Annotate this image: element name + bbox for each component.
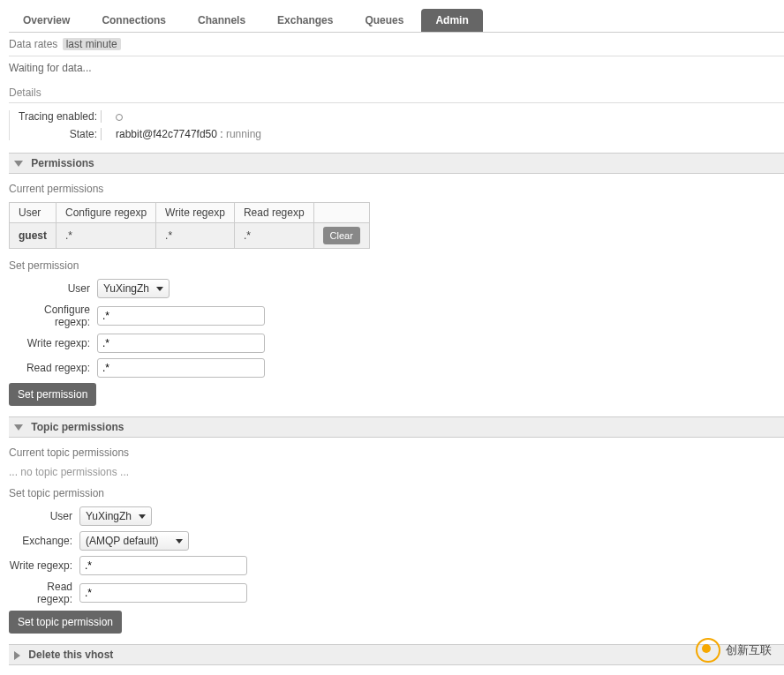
col-actions xyxy=(313,203,369,223)
tracing-value xyxy=(109,110,784,123)
data-rates-range[interactable]: last minute xyxy=(63,38,121,50)
tab-queues[interactable]: Queues xyxy=(351,9,418,32)
current-permissions-title: Current permissions xyxy=(9,183,784,195)
delete-vhost-header[interactable]: Delete this vhost xyxy=(9,644,784,665)
col-configure: Configure regexp xyxy=(57,203,156,223)
perm-write-input[interactable] xyxy=(97,334,265,353)
clear-button[interactable]: Clear xyxy=(323,227,360,244)
set-topic-permission-title: Set topic permission xyxy=(9,487,784,499)
topic-exchange-select[interactable]: (AMQP default) xyxy=(79,531,189,551)
topic-user-label: User xyxy=(9,510,79,522)
col-write: Write regexp xyxy=(156,203,235,223)
set-permission-form: User YuXingZh Configure regexp: Write re… xyxy=(9,279,784,406)
chevron-down-icon xyxy=(14,424,23,431)
cell-user: guest xyxy=(10,223,57,249)
details-title: Details xyxy=(9,86,784,103)
tab-connections[interactable]: Connections xyxy=(87,9,180,32)
cell-write: .* xyxy=(156,223,235,249)
topic-write-label: Write regexp: xyxy=(9,559,79,572)
state-label: State: xyxy=(10,128,102,140)
topic-exchange-value: (AMQP default) xyxy=(86,535,169,547)
no-topic-permissions: ... no topic permissions ... xyxy=(9,466,784,478)
data-rates-bar: Data rates last minute xyxy=(9,36,784,56)
cell-clear: Clear xyxy=(313,223,369,249)
state-running: running xyxy=(226,128,261,140)
permissions-table: User Configure regexp Write regexp Read … xyxy=(9,202,370,249)
perm-read-label: Read regexp: xyxy=(9,362,97,374)
data-rates-label: Data rates xyxy=(9,38,57,50)
topic-read-label: Read regexp: xyxy=(9,581,79,605)
chevron-down-icon xyxy=(156,287,163,291)
set-permission-title: Set permission xyxy=(9,259,784,272)
chevron-down-icon xyxy=(14,161,23,167)
topic-write-input[interactable] xyxy=(79,556,247,575)
topic-permissions-header-text: Topic permissions xyxy=(31,421,124,433)
state-node: rabbit@f42c7747fd50 xyxy=(116,128,217,140)
table-row: guest .* .* .* Clear xyxy=(10,223,370,249)
perm-user-label: User xyxy=(9,282,97,295)
cell-read: .* xyxy=(234,223,313,249)
waiting-text: Waiting for data... xyxy=(9,62,784,74)
current-topic-permissions-title: Current topic permissions xyxy=(9,446,784,459)
topic-permissions-header[interactable]: Topic permissions xyxy=(9,416,784,438)
perm-configure-input[interactable] xyxy=(97,306,265,326)
topic-exchange-label: Exchange: xyxy=(9,535,79,547)
state-value: rabbit@f42c7747fd50 : running xyxy=(109,128,784,140)
tab-admin[interactable]: Admin xyxy=(421,9,482,32)
perm-write-label: Write regexp: xyxy=(9,337,97,349)
tab-exchanges[interactable]: Exchanges xyxy=(263,9,347,32)
tracing-label: Tracing enabled: xyxy=(10,110,102,123)
perm-read-input[interactable] xyxy=(97,358,265,378)
topic-user-select[interactable]: YuXingZh xyxy=(79,506,152,526)
state-sep: : xyxy=(217,128,226,140)
details-grid: Tracing enabled: State: rabbit@f42c7747f… xyxy=(9,110,784,140)
chevron-down-icon xyxy=(176,539,183,544)
col-user: User xyxy=(10,203,57,223)
set-topic-permission-form: User YuXingZh Exchange: (AMQP default) W… xyxy=(9,506,784,634)
permissions-header-row: User Configure regexp Write regexp Read … xyxy=(10,203,370,223)
set-permission-button[interactable]: Set permission xyxy=(9,383,96,406)
tracing-status-icon xyxy=(116,114,123,121)
perm-user-value: YuXingZh xyxy=(103,282,149,295)
tab-overview[interactable]: Overview xyxy=(9,9,84,32)
col-read: Read regexp xyxy=(234,203,313,223)
topic-read-input[interactable] xyxy=(79,583,247,603)
chevron-down-icon xyxy=(139,514,146,519)
set-topic-permission-button[interactable]: Set topic permission xyxy=(9,611,122,634)
delete-vhost-header-text: Delete this vhost xyxy=(28,649,113,661)
permissions-header[interactable]: Permissions xyxy=(9,153,784,174)
main-tabs: Overview Connections Channels Exchanges … xyxy=(9,9,784,33)
cell-configure: .* xyxy=(57,223,156,249)
chevron-right-icon xyxy=(14,651,20,660)
topic-user-value: YuXingZh xyxy=(86,510,132,522)
perm-configure-label: Configure regexp: xyxy=(9,304,97,328)
permissions-header-text: Permissions xyxy=(31,157,94,169)
perm-user-select[interactable]: YuXingZh xyxy=(97,279,170,298)
tab-channels[interactable]: Channels xyxy=(184,9,260,32)
